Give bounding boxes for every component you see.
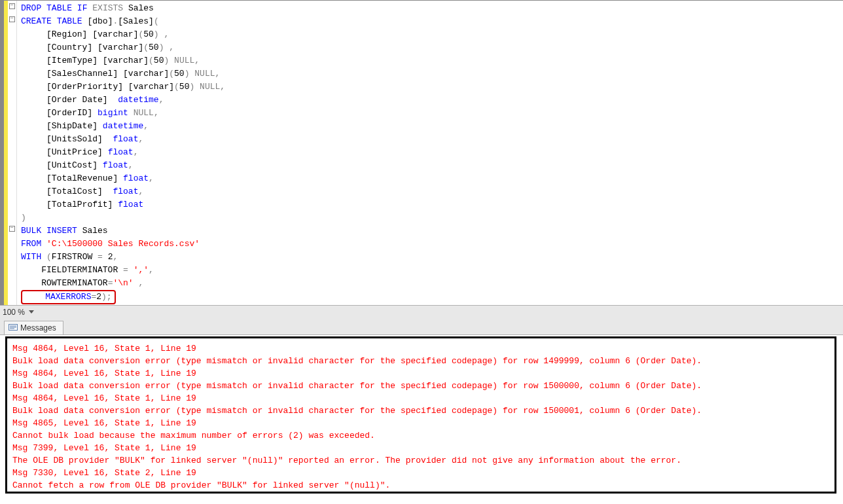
- fold-toggle-icon[interactable]: [9, 3, 15, 9]
- fold-toggle-icon[interactable]: [9, 16, 15, 22]
- results-tabs: Messages: [0, 318, 843, 335]
- tab-messages[interactable]: Messages: [4, 321, 63, 334]
- messages-output[interactable]: Msg 4864, Level 16, State 1, Line 19 Bul…: [5, 336, 836, 494]
- zoom-value[interactable]: 100 %: [3, 308, 25, 317]
- tab-messages-label: Messages: [20, 323, 56, 333]
- code-text-area[interactable]: DROP TABLE IF EXISTS Sales CREATE TABLE …: [17, 1, 843, 305]
- outline-margin[interactable]: [8, 1, 17, 305]
- messages-icon: [9, 324, 18, 332]
- code-editor[interactable]: DROP TABLE IF EXISTS Sales CREATE TABLE …: [0, 1, 843, 305]
- fold-toggle-icon[interactable]: [9, 226, 15, 232]
- zoom-bar: 100 %: [0, 305, 843, 318]
- zoom-dropdown-icon[interactable]: [29, 310, 34, 314]
